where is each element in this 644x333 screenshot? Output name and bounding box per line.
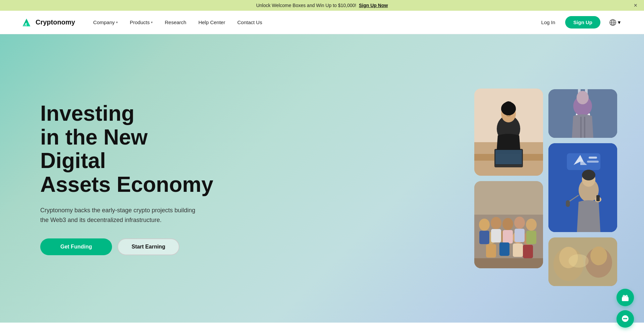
nav-item-products[interactable]: Products ▾ — [125, 17, 157, 28]
svg-rect-52 — [589, 157, 597, 159]
svg-rect-28 — [479, 231, 489, 244]
hero-buttons: Get Funding Start Earning — [40, 238, 215, 255]
language-selector[interactable]: ▾ — [606, 17, 624, 28]
svg-point-19 — [479, 219, 490, 231]
logo[interactable]: Cryptonomy — [20, 16, 75, 29]
svg-rect-69 — [625, 296, 626, 301]
navbar: Cryptonomy Company ▾ Products ▾ Research… — [0, 11, 644, 34]
svg-point-66 — [569, 254, 589, 268]
hero-content: Investing in the New Digital Assets Econ… — [0, 75, 255, 282]
gift-button[interactable] — [616, 289, 634, 306]
svg-rect-45 — [580, 117, 582, 138]
globe-icon — [609, 19, 616, 26]
company-chevron-icon: ▾ — [116, 20, 118, 24]
hero-subtitle: Cryptonomy backs the early-stage crypto … — [40, 206, 201, 225]
announcement-bar: Unlock Welcome Boxes and Win Up to $10,0… — [0, 0, 644, 11]
photo-man-badge — [548, 89, 617, 138]
nav-item-contact[interactable]: Contact Us — [232, 17, 267, 28]
svg-point-65 — [590, 246, 607, 265]
chat-icon — [621, 315, 630, 323]
announcement-text: Unlock Welcome Boxes and Win Up to $10,0… — [256, 3, 388, 8]
svg-rect-35 — [513, 243, 523, 257]
products-chevron-icon: ▾ — [151, 20, 153, 24]
svg-point-21 — [502, 218, 513, 230]
woman-laptop-image — [474, 89, 543, 176]
svg-rect-33 — [486, 244, 496, 258]
announcement-cta[interactable]: Sign Up Now — [359, 3, 388, 8]
svg-rect-16 — [495, 150, 522, 164]
people-closeup-image — [548, 237, 617, 286]
logo-icon — [20, 16, 33, 29]
nav-right: Log In Sign Up ▾ — [537, 16, 624, 29]
start-earning-button[interactable]: Start Earning — [117, 238, 179, 255]
lang-chevron-icon: ▾ — [618, 19, 621, 25]
svg-point-56 — [582, 170, 595, 180]
nav-links: Company ▾ Products ▾ Research Help Cente… — [89, 17, 537, 28]
speaker-image — [548, 143, 617, 232]
svg-rect-29 — [491, 229, 501, 242]
photo-people-closeup — [548, 237, 617, 286]
svg-rect-58 — [566, 200, 570, 207]
svg-rect-31 — [515, 229, 525, 242]
svg-rect-36 — [523, 245, 533, 258]
group-image — [474, 181, 543, 268]
svg-rect-32 — [526, 231, 536, 244]
svg-rect-53 — [587, 161, 599, 163]
svg-marker-1 — [26, 22, 30, 26]
photo-speaker — [548, 143, 617, 232]
photo-grid — [474, 34, 617, 323]
get-funding-button[interactable]: Get Funding — [40, 238, 112, 255]
svg-point-22 — [514, 217, 525, 229]
svg-point-20 — [491, 217, 501, 229]
man-badge-image — [548, 89, 617, 138]
photo-woman-laptop — [474, 89, 543, 176]
photo-group — [474, 181, 543, 268]
svg-rect-60 — [596, 195, 600, 201]
svg-point-23 — [526, 219, 537, 231]
photo-col-1 — [474, 89, 543, 268]
nav-item-company[interactable]: Company ▾ — [89, 17, 122, 28]
logo-text: Cryptonomy — [36, 18, 75, 26]
svg-rect-34 — [499, 242, 509, 256]
login-button[interactable]: Log In — [537, 17, 560, 28]
svg-point-73 — [626, 318, 627, 319]
nav-item-help[interactable]: Help Center — [194, 17, 230, 28]
nav-item-research[interactable]: Research — [160, 17, 191, 28]
photo-col-2 — [548, 71, 617, 286]
signup-button[interactable]: Sign Up — [565, 16, 600, 29]
hero-section: Investing in the New Digital Assets Econ… — [0, 34, 644, 323]
svg-point-44 — [577, 91, 589, 104]
hero-title: Investing in the New Digital Assets Econ… — [40, 102, 215, 196]
announcement-close[interactable]: × — [634, 2, 637, 9]
svg-rect-46 — [584, 117, 585, 138]
svg-rect-37 — [474, 258, 543, 268]
svg-rect-30 — [503, 230, 513, 243]
gift-icon — [621, 293, 630, 302]
svg-point-71 — [623, 318, 625, 319]
svg-point-72 — [625, 318, 626, 319]
